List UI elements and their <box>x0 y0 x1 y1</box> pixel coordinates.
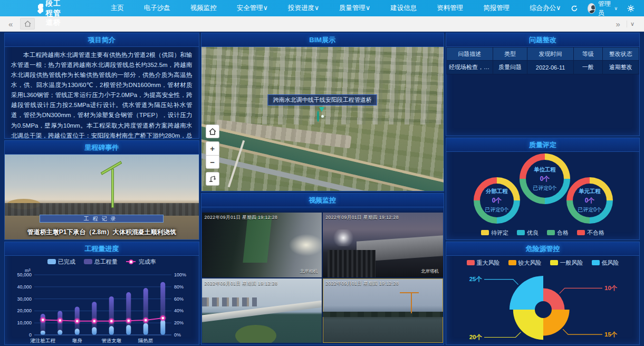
legend-item-unqualified[interactable]: 不合格 <box>577 229 604 237</box>
feed-decor <box>411 292 412 313</box>
legend-item-low-risk[interactable]: 低风险 <box>592 259 619 267</box>
feed-timestamp: 2022年09月01日 星期四 19:12:28 <box>205 281 278 287</box>
milestone-caption: 管道桥主墩P1下承台（2.8m）大体积混凝土顺利浇筑 <box>5 228 199 237</box>
crane-tool-button[interactable] <box>206 172 219 186</box>
legend-item-major-risk[interactable]: 重大风险 <box>467 259 500 267</box>
svg-text:40%: 40% <box>174 308 184 313</box>
video-feed-2[interactable]: 2022年09月01日 星期四 19:12:28 北岸塔机 <box>323 213 443 277</box>
nav-item-quality[interactable]: 质量管理∨ <box>329 0 380 16</box>
legend-item-pending[interactable]: 待评定 <box>481 229 508 237</box>
table-row[interactable]: 经现场检查，35... 质量问题 2022-06-11 一般 逾期整改 <box>447 61 639 74</box>
cell-level: 一般 <box>573 61 602 74</box>
nav-item-office[interactable]: 综合办公∨ <box>520 0 571 16</box>
panel-project-intro: 项目简介 本工程跨越南水北调管道主要有供热热力管道2根（供回）和输水管道一根；热… <box>4 33 199 139</box>
column-header: 整改状态 <box>602 47 639 61</box>
nav-item-home[interactable]: 主页 <box>101 0 134 16</box>
progress-bar-chart: 00%10,00020%20,00040%30,00060%40,00080%5… <box>9 267 195 344</box>
panel-title: 问题整改 <box>446 33 639 47</box>
map-zoom-control: + − <box>206 141 219 169</box>
chevron-down-icon: ∨ <box>614 6 618 11</box>
legend-chip <box>508 260 516 265</box>
nav-item-safety[interactable]: 安全管理∨ <box>227 0 278 16</box>
video-feed-1[interactable]: 2022年09月01日 星期四 19:12:28 北岸相机 <box>202 213 322 277</box>
tab-bar: « » ∨ <box>0 16 644 32</box>
map-pin-icon[interactable] <box>317 112 328 126</box>
issues-table: 问题描述 类型 发现时间 等级 整改状态 经现场检查，35... 质量问题 20… <box>446 47 639 74</box>
nav-item-investment[interactable]: 投资进度∨ <box>278 0 329 16</box>
svg-text:m³: m³ <box>25 268 31 273</box>
donut-count: 0个 <box>585 196 595 205</box>
legend-item-qualified[interactable]: 合格 <box>547 229 569 237</box>
nav-item-video[interactable]: 视频监控 <box>180 0 227 16</box>
top-navbar: 安阳段工程管道桥 主页 电子沙盘 视频监控 安全管理∨ 投资进度∨ 质量管理∨ … <box>0 0 644 16</box>
feed-decor <box>202 297 257 306</box>
donut-label: 分部工程 <box>486 188 508 195</box>
legend-chip <box>481 230 489 235</box>
bim-map[interactable]: 跨南水北调中线干线安阳段工程管道桥 + − <box>201 47 444 191</box>
column-header: 等级 <box>573 47 602 61</box>
svg-text:灌注桩工程: 灌注桩工程 <box>30 338 55 343</box>
home-icon <box>24 21 31 27</box>
map-home-button[interactable] <box>206 124 219 138</box>
svg-text:隔热层: 隔热层 <box>138 338 153 343</box>
quality-legend: 待评定 优良 合格 不合格 <box>446 227 639 238</box>
cell-status: 逾期整改 <box>602 61 639 74</box>
app-title: 安阳段工程管道桥 <box>46 0 65 27</box>
cell-date: 2022-06-11 <box>527 61 574 74</box>
left-column: 项目简介 本工程跨越南水北调管道主要有供热热力管道2根（供回）和输水管道一根；热… <box>4 33 199 345</box>
video-feeds-grid: 2022年09月01日 星期四 19:12:28 北岸相机 2022年09月01… <box>201 213 444 343</box>
legend-label: 不合格 <box>587 229 604 237</box>
legend-item-total[interactable]: 总工程量 <box>84 258 118 266</box>
donut-division-project: 分部工程 0个 已评定0个 <box>474 177 520 224</box>
nav-item-construction-info[interactable]: 建设信息 <box>380 0 427 16</box>
svg-text:40,000: 40,000 <box>17 284 32 290</box>
feed-decor <box>286 232 322 258</box>
legend-label: 合格 <box>557 229 569 237</box>
legend-chip <box>467 260 475 265</box>
milestone-photo[interactable]: 工程记录 管道桥主墩P1下承台（2.8m）大体积混凝土顺利浇筑 <box>5 155 199 239</box>
legend-item-general-risk[interactable]: 一般风险 <box>550 259 583 267</box>
svg-text:20%: 20% <box>174 320 184 325</box>
donut-sub: 已评定0个 <box>533 185 557 192</box>
cell-description: 经现场检查，35... <box>447 61 493 74</box>
tab-dropdown-icon[interactable]: ∨ <box>627 21 638 27</box>
hazard-legend: 重大风险 较大风险 一般风险 低风险 <box>446 257 639 268</box>
legend-chip <box>84 259 92 264</box>
home-tab[interactable] <box>20 18 35 30</box>
panel-title: 视频监控 <box>201 194 444 207</box>
donut-count: 0个 <box>492 196 502 205</box>
refresh-icon[interactable] <box>571 4 578 13</box>
video-feed-4[interactable]: 2022年09月01日 星期四 19:12:28 <box>323 278 443 343</box>
zoom-out-button[interactable]: − <box>206 155 219 169</box>
feed-camera-label: 北岸相机 <box>300 268 318 275</box>
expand-right-icon[interactable]: » <box>614 20 622 28</box>
svg-text:60%: 60% <box>174 296 184 302</box>
svg-text:管道支墩: 管道支墩 <box>101 338 122 343</box>
legend-item-larger-risk[interactable]: 较大风险 <box>508 259 542 267</box>
settings-gear-icon[interactable] <box>627 4 635 13</box>
collapse-left-icon[interactable]: « <box>6 20 15 28</box>
zoom-in-button[interactable]: + <box>206 141 219 155</box>
legend-label: 优良 <box>527 229 539 237</box>
feed-decor <box>330 229 357 246</box>
hazard-rose-chart: 10个15个20个25个 <box>446 268 640 345</box>
user-menu[interactable]: 管理员 ∨ <box>588 0 618 17</box>
nav-item-sandbox[interactable]: 电子沙盘 <box>134 0 180 16</box>
legend-item-excellent[interactable]: 优良 <box>517 229 539 237</box>
donut-sub: 已评定0个 <box>578 206 602 214</box>
legend-chip <box>517 230 525 235</box>
legend-label: 低风险 <box>602 259 619 267</box>
legend-chip <box>592 260 600 265</box>
panel-bim: BIM展示 跨南水北调中线干线安阳段工程管道桥 + − <box>201 33 444 191</box>
video-feed-3[interactable]: 2022年09月01日 星期四 19:12:28 <box>202 278 322 343</box>
nav-item-briefing[interactable]: 简报管理 <box>473 0 520 16</box>
nav-item-documents[interactable]: 资料管理 <box>427 0 473 16</box>
photo-crane-mast <box>111 169 114 208</box>
feed-decor <box>323 312 443 317</box>
donut-label: 单位工程 <box>534 166 556 174</box>
column-header: 问题描述 <box>447 47 493 61</box>
app-logo-icon <box>39 4 42 13</box>
panel-milestone: 里程碑事件 工程记录 管道桥主墩P1下承台（2.8m）大体积混凝土顺利浇筑 <box>4 140 199 240</box>
legend-item-completed[interactable]: 已完成 <box>47 258 75 266</box>
legend-item-rate[interactable]: 完成率 <box>126 258 156 266</box>
